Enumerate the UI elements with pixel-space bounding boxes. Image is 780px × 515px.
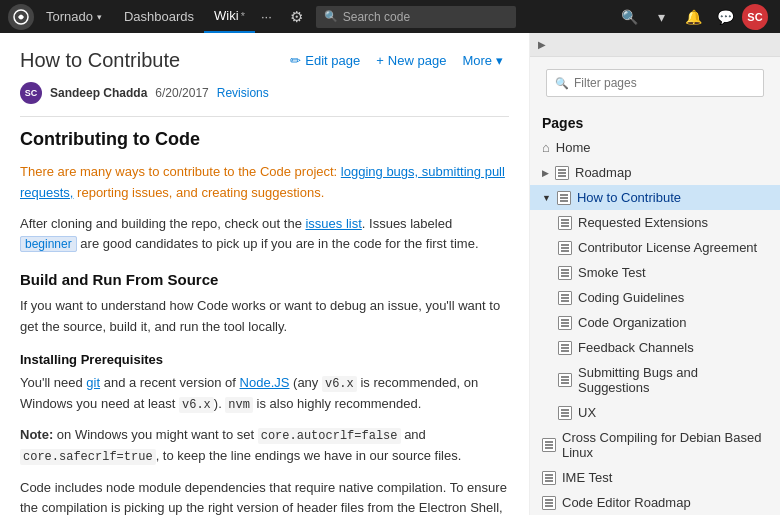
sidebar-item-home[interactable]: ⌂ Home <box>530 135 780 160</box>
header-divider <box>20 116 509 117</box>
search-box[interactable]: 🔍 Search code <box>316 6 516 28</box>
wiki-content: Contributing to Code There are many ways… <box>20 129 509 515</box>
page-icon-feedback <box>558 341 572 355</box>
search-placeholder: Search code <box>343 10 410 24</box>
chat-icon[interactable]: 💬 <box>710 0 740 33</box>
sidebar-item-coding-guidelines[interactable]: Coding Guidelines <box>530 285 780 310</box>
p4-nodejs-link[interactable]: Node.JS <box>240 375 290 390</box>
sidebar-item-code-organization[interactable]: Code Organization <box>530 310 780 335</box>
plus-icon: + <box>376 53 384 68</box>
sidebar-item-ux[interactable]: UX <box>530 400 780 425</box>
sidebar-item-label: Feedback Channels <box>578 340 694 355</box>
dropdown-icon[interactable]: ▾ <box>646 0 676 33</box>
project-selector[interactable]: Tornado ▾ <box>38 0 110 33</box>
sidebar-item-how-to-contribute[interactable]: ▼ How to Contribute <box>530 185 780 210</box>
sidebar-item-smoke-test[interactable]: Smoke Test <box>530 260 780 285</box>
page-icon-roadmap <box>555 166 569 180</box>
page-icon-license <box>558 241 572 255</box>
topbar: Tornado ▾ Dashboards Wiki* ··· ⚙ 🔍 Searc… <box>0 0 780 33</box>
sidebar-chevron-roadmap: ▶ <box>542 168 549 178</box>
sidebar-item-label: Code Organization <box>578 315 686 330</box>
page-icon-submitting <box>558 373 572 387</box>
content-p4: You'll need git and a recent version of … <box>20 373 509 415</box>
sidebar-item-label: Smoke Test <box>578 265 646 280</box>
page-icon-contribute <box>557 191 571 205</box>
settings-icon[interactable]: ⚙ <box>282 0 312 33</box>
sidebar-item-label: Code Editor Roadmap <box>562 495 691 510</box>
page-icon-cross <box>542 438 556 452</box>
topbar-right-actions: 🔍 ▾ 🔔 💬 SC <box>614 0 772 33</box>
content-h3-1: Installing Prerequisites <box>20 352 509 367</box>
content-p6: Code includes node module dependencies t… <box>20 478 509 515</box>
sidebar-item-editor-roadmap[interactable]: Code Editor Roadmap <box>530 490 780 515</box>
content-p5: Note: on Windows you might want to set c… <box>20 425 509 467</box>
sidebar-item-ime-test[interactable]: IME Test <box>530 465 780 490</box>
page-icon-editor-roadmap <box>542 496 556 510</box>
more-chevron-icon: ▾ <box>496 53 503 68</box>
filter-search-icon: 🔍 <box>555 77 569 90</box>
nav-item-dashboards[interactable]: Dashboards <box>114 0 204 33</box>
author-avatar: SC <box>20 82 42 104</box>
sidebar-item-label: Requested Extensions <box>578 215 708 230</box>
content-p2: After cloning and building the repo, che… <box>20 214 509 256</box>
sidebar-item-label: UX <box>578 405 596 420</box>
author-date: 6/20/2017 <box>155 86 208 100</box>
nav-more-button[interactable]: ··· <box>255 9 278 24</box>
home-icon: ⌂ <box>542 140 550 155</box>
p5-code2: core.safecrlf=true <box>20 449 156 465</box>
content-h2-1: Build and Run From Source <box>20 271 509 288</box>
edit-page-button[interactable]: ✏ Edit page <box>284 50 366 71</box>
new-page-button[interactable]: + New page <box>370 50 452 71</box>
note-label: Note: <box>20 427 53 442</box>
sidebar-item-label: Coding Guidelines <box>578 290 684 305</box>
sidebar-item-feedback[interactable]: Feedback Channels <box>530 335 780 360</box>
sidebar-filter-box[interactable]: 🔍 <box>546 69 764 97</box>
sidebar-item-roadmap[interactable]: ▶ Roadmap <box>530 160 780 185</box>
sidebar-filter-container: 🔍 <box>530 57 780 109</box>
p2-issues-link[interactable]: issues list <box>305 216 361 231</box>
notifications-icon[interactable]: 🔔 <box>678 0 708 33</box>
page-header: How to Contribute ✏ Edit page + New page… <box>20 49 509 72</box>
page-icon-requested <box>558 216 572 230</box>
sidebar-toggle-icon: ▶ <box>538 39 546 50</box>
p4-code3: nvm <box>225 397 253 413</box>
sidebar-item-requested-ext[interactable]: Requested Extensions <box>530 210 780 235</box>
app-logo[interactable] <box>8 4 34 30</box>
sidebar-item-label: Roadmap <box>575 165 631 180</box>
search-expand-icon[interactable]: 🔍 <box>614 0 644 33</box>
edit-icon: ✏ <box>290 53 301 68</box>
beginner-badge: beginner <box>20 236 77 252</box>
filter-input[interactable] <box>574 76 755 90</box>
page-icon-smoke <box>558 266 572 280</box>
user-avatar[interactable]: SC <box>742 4 768 30</box>
revisions-link[interactable]: Revisions <box>217 86 269 100</box>
sidebar-item-label: IME Test <box>562 470 612 485</box>
p5-code1: core.autocrlf=false <box>258 428 401 444</box>
modified-indicator: * <box>241 10 245 22</box>
sidebar-item-contributor-license[interactable]: Contributor License Agreement <box>530 235 780 260</box>
nav-items: Dashboards Wiki* ··· <box>114 0 278 33</box>
page-title: How to Contribute <box>20 49 180 72</box>
author-row: SC Sandeep Chadda 6/20/2017 Revisions <box>20 82 509 104</box>
more-button[interactable]: More ▾ <box>456 50 509 71</box>
p1-text: There are many ways to contribute to the… <box>20 164 505 200</box>
sidebar-item-label: Cross Compiling for Debian Based Linux <box>562 430 772 460</box>
search-icon: 🔍 <box>324 10 338 23</box>
main-layout: How to Contribute ✏ Edit page + New page… <box>0 33 780 515</box>
sidebar-item-cross-compiling[interactable]: Cross Compiling for Debian Based Linux <box>530 425 780 465</box>
p4-git-link[interactable]: git <box>86 375 100 390</box>
page-icon-ime <box>542 471 556 485</box>
sidebar-chevron-contribute: ▼ <box>542 193 551 203</box>
project-chevron-icon: ▾ <box>97 12 102 22</box>
project-name: Tornado <box>46 9 93 24</box>
sidebar-item-submitting[interactable]: Submitting Bugs and Suggestions <box>530 360 780 400</box>
sidebar-toggle[interactable]: ▶ <box>530 33 780 57</box>
content-area: How to Contribute ✏ Edit page + New page… <box>0 33 530 515</box>
sidebar-section-label: Pages <box>530 109 780 135</box>
page-actions: ✏ Edit page + New page More ▾ <box>284 50 509 71</box>
nav-item-wiki[interactable]: Wiki* <box>204 0 255 33</box>
page-icon-ux <box>558 406 572 420</box>
author-name: Sandeep Chadda <box>50 86 147 100</box>
p1-link-bugs[interactable]: logging bugs, submitting pull requests, <box>20 164 505 200</box>
content-p3: If you want to understand how Code works… <box>20 296 509 338</box>
